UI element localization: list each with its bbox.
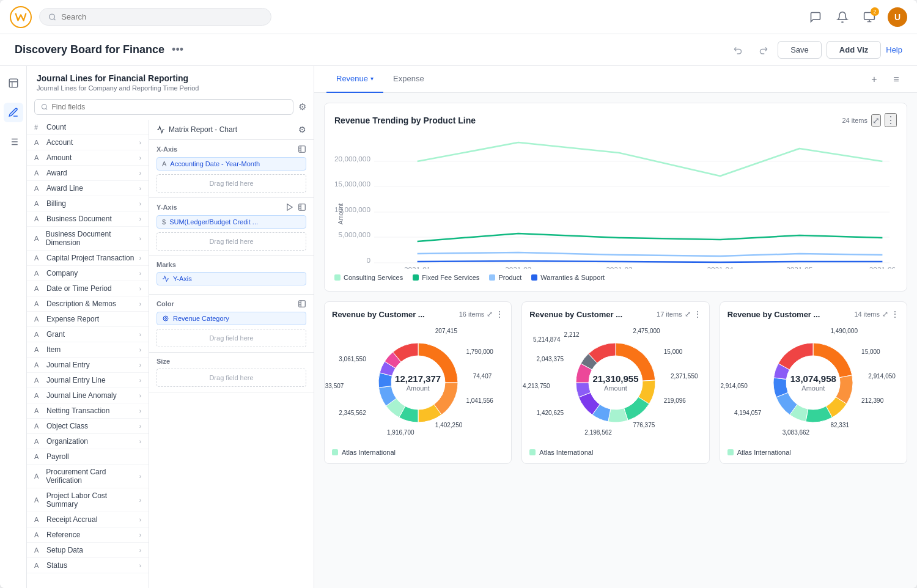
field-item[interactable]: A Setup Data › — [27, 543, 149, 558]
donut-center: 12,217,377 Amount — [395, 373, 441, 392]
svg-text:0: 0 — [366, 257, 370, 264]
color-field[interactable]: Revenue Category — [157, 312, 306, 325]
field-item[interactable]: A Date or Time Period › — [27, 281, 149, 296]
field-item[interactable]: A Business Document › — [27, 211, 149, 227]
field-name-label: Payroll — [46, 452, 69, 461]
line-chart-expand-button[interactable]: ⤢ — [871, 114, 881, 127]
x-axis-field[interactable]: A Accounting Date - Year-Month — [157, 157, 306, 171]
field-name-label: Company — [46, 269, 78, 277]
color-drop-zone[interactable]: Drag field here — [157, 329, 306, 347]
avatar[interactable]: U — [888, 7, 907, 27]
field-name-label: Item — [46, 345, 61, 354]
field-item[interactable]: A Procurement Card Verification › — [27, 465, 149, 488]
field-item[interactable]: A Expense Report — [27, 312, 149, 327]
add-tab-button[interactable]: + — [866, 71, 883, 88]
donut-items-count: 17 items — [657, 311, 682, 318]
field-item[interactable]: A Business Document Dimension › — [27, 227, 149, 251]
field-type-icon: A — [34, 185, 43, 192]
settings-icon[interactable]: ⚙ — [298, 101, 306, 112]
field-item[interactable]: A Journal Entry Line › — [27, 373, 149, 388]
add-viz-button[interactable]: Add Viz — [827, 41, 881, 59]
donut-legend-label: Atlas International — [539, 449, 593, 456]
x-axis-section: X-Axis A Accounting Date - Year-Month Dr… — [149, 140, 314, 198]
field-item[interactable]: A Object Class › — [27, 419, 149, 434]
field-item[interactable]: A Capital Project Transaction › — [27, 251, 149, 266]
chat-icon[interactable] — [807, 9, 824, 26]
search-bar[interactable] — [39, 8, 271, 26]
field-chevron-icon: › — [139, 438, 141, 445]
field-item[interactable]: A Journal Entry › — [27, 358, 149, 373]
search-input[interactable] — [61, 12, 262, 21]
field-type-icon: A — [34, 331, 43, 338]
line-chart-actions: 24 items ⤢ ⋮ — [842, 113, 897, 127]
field-chevron-icon: › — [139, 497, 141, 504]
field-item[interactable]: A Company › — [27, 266, 149, 281]
y-axis-field[interactable]: $ SUM(Ledger/Budget Credit ... — [157, 215, 306, 229]
sidebar-icon-edit[interactable] — [4, 103, 23, 122]
svg-point-0 — [50, 14, 55, 20]
field-item[interactable]: A Status › — [27, 558, 149, 573]
more-options-icon[interactable]: ••• — [172, 43, 183, 56]
field-item-left: A Object Class — [34, 422, 88, 430]
help-button[interactable]: Help — [886, 45, 902, 54]
field-item[interactable]: A Award Line › — [27, 181, 149, 196]
field-item[interactable]: A Award › — [27, 166, 149, 181]
field-item[interactable]: A Journal Line Anomaly › — [27, 388, 149, 403]
line-chart-more-button[interactable]: ⋮ — [885, 113, 897, 127]
field-item-left: A Receipt Accrual — [34, 515, 97, 524]
field-chevron-icon: › — [139, 377, 141, 384]
field-item[interactable]: A Organization › — [27, 434, 149, 449]
donut-expand-button[interactable]: ⤢ — [685, 310, 691, 318]
donut-more-button[interactable]: ⋮ — [693, 309, 702, 319]
donut-expand-button[interactable]: ⤢ — [487, 310, 493, 318]
bell-icon[interactable] — [834, 9, 851, 26]
inbox-icon[interactable]: 2 — [861, 9, 878, 26]
field-item[interactable]: A Grant › — [27, 327, 149, 342]
tab-expense[interactable]: Expense — [383, 66, 434, 93]
redo-button[interactable] — [753, 40, 773, 60]
field-item[interactable]: A Payroll — [27, 449, 149, 465]
donut-more-button[interactable]: ⋮ — [495, 309, 504, 319]
donut-center-label: Amount — [592, 384, 638, 392]
field-item[interactable]: A Account › — [27, 135, 149, 150]
legend-label: Fixed Fee Services — [422, 274, 479, 281]
field-type-icon: A — [34, 315, 43, 323]
field-item[interactable]: A Receipt Accrual › — [27, 512, 149, 527]
field-chevron-icon: › — [139, 532, 141, 538]
field-type-icon: # — [34, 123, 43, 131]
app-logo[interactable] — [10, 6, 32, 28]
field-item[interactable]: A Project Labor Cost Summary › — [27, 488, 149, 512]
chart-config-options[interactable]: ⚙ — [298, 125, 306, 134]
donut-expand-button[interactable]: ⤢ — [882, 310, 888, 318]
field-item[interactable]: A Reference › — [27, 527, 149, 543]
tab-revenue[interactable]: Revenue ▾ — [326, 66, 383, 93]
donut-more-button[interactable]: ⋮ — [891, 309, 899, 319]
field-item[interactable]: # Count — [27, 120, 149, 135]
sidebar-icon-filter[interactable] — [4, 132, 23, 152]
size-drop-zone[interactable]: Drag field here — [157, 369, 306, 387]
field-chevron-icon: › — [139, 362, 141, 369]
field-item[interactable]: A Amount › — [27, 150, 149, 166]
field-item[interactable]: A Item › — [27, 342, 149, 358]
y-axis-drop-zone[interactable]: Drag field here — [157, 232, 306, 251]
x-axis-drop-zone[interactable]: Drag field here — [157, 174, 306, 193]
field-item[interactable]: A Description & Memos › — [27, 296, 149, 312]
save-button[interactable]: Save — [778, 41, 822, 59]
x-axis-field-icon: A — [162, 160, 166, 167]
fields-search-box[interactable] — [34, 99, 293, 115]
line-chart-svg-container: 0 5,000,000 10,000,000 15,000,000 20,000… — [334, 134, 897, 269]
y-axis-section: Y-Axis $ SUM(Ledger/Budget Credit ... Dr… — [149, 198, 314, 256]
field-item[interactable]: A Billing › — [27, 196, 149, 211]
field-item[interactable]: A Netting Transaction › — [27, 403, 149, 419]
undo-button[interactable] — [729, 40, 748, 60]
fields-search-input[interactable] — [51, 103, 287, 111]
svg-point-14 — [165, 318, 167, 320]
donut-center-value: 13,074,958 — [790, 373, 836, 384]
donut-label: 2,345,562 — [339, 410, 366, 416]
chart-config: Matrix Report - Chart ⚙ X-Axis — [149, 120, 314, 588]
field-name-label: Description & Memos — [46, 300, 116, 308]
sidebar-icon-report[interactable] — [4, 73, 23, 93]
tab-menu-button[interactable]: ≡ — [888, 71, 905, 88]
marks-field[interactable]: Y-Axis — [157, 272, 306, 285]
donut-label: 4,213,750 — [523, 383, 550, 389]
